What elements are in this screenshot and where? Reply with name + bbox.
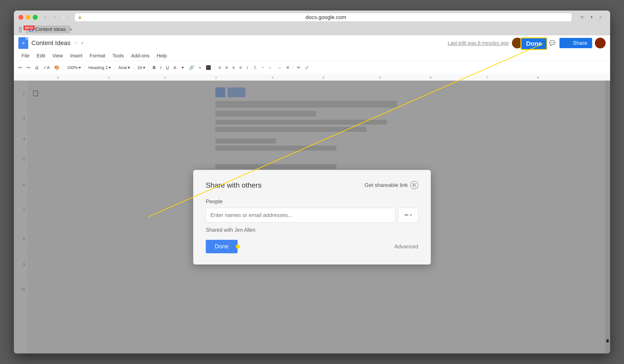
menu-format[interactable]: Format (86, 52, 108, 60)
avatar-2 (525, 39, 533, 47)
expand-button[interactable]: ⤢ (303, 63, 311, 72)
separator-2 (84, 64, 85, 71)
user-avatar[interactable] (595, 38, 606, 49)
avatar-1 (512, 38, 523, 49)
spell-check-button[interactable]: ✓A (41, 63, 52, 72)
font-size-chevron: ▾ (143, 65, 145, 70)
heading-value: Heading 2 (88, 65, 108, 70)
docs-header: ≡ Content Ideas ☆ ▾ Last edit was 8 minu… (14, 35, 610, 81)
docs-title-bar: ≡ Content Ideas ☆ ▾ Last edit was 8 minu… (14, 35, 610, 51)
ruler-mark-5: 6 (430, 76, 431, 79)
link-button[interactable]: 🔗 (187, 63, 196, 72)
zoom-value: 100% (67, 65, 78, 70)
chevron-down-icon: ▾ (410, 213, 412, 217)
last-edit-text: Last edit was 8 minutes ago (448, 40, 509, 46)
numbered-list-button[interactable]: ⒈ (251, 63, 259, 72)
new-tab-button[interactable]: ⤢ (597, 14, 604, 21)
advanced-link[interactable]: Advanced (394, 243, 418, 250)
separator-6 (215, 64, 215, 71)
header-actions: ↗ 💬 👤 Share (512, 38, 606, 49)
comments-icon-button[interactable]: 💬 (548, 39, 557, 48)
people-label: People (206, 198, 418, 205)
apps-grid-icon[interactable]: ⣿ (18, 26, 23, 32)
tab-icon-wrapper: 📄 BETA (29, 27, 33, 31)
get-shareable-link-label: Get shareable link (365, 182, 408, 188)
font-size-value: 16 (137, 65, 142, 70)
ruler-mark-4: 5 (379, 76, 381, 79)
align-left-button[interactable]: ≡ (217, 63, 223, 72)
image-button[interactable]: ⬛ (204, 63, 213, 72)
chain-icon: ⛓ (412, 183, 416, 188)
menu-file[interactable]: File (18, 52, 32, 60)
dialog-footer: Done Advanced (206, 240, 418, 253)
done-button-dialog[interactable]: Done (206, 240, 237, 253)
clear-formatting-button[interactable]: ✕ (284, 63, 291, 72)
font-size-dropdown[interactable]: 16 ▾ (136, 63, 147, 72)
print-button[interactable]: 🖨 (33, 63, 41, 72)
add-tab-button[interactable]: + (67, 25, 75, 33)
get-shareable-link-button[interactable]: Get shareable link ⛓ (365, 181, 418, 189)
top-bar: ‹ › ⬜ 🔒 docs.google.com ↻ ⬆ ⤢ (14, 11, 610, 24)
docs-app: ≡ Content Ideas ☆ ▾ Last edit was 8 minu… (14, 35, 610, 353)
zoom-dropdown[interactable]: 100% ▾ (65, 63, 83, 72)
heading-dropdown[interactable]: Heading 2 ▾ (86, 63, 113, 72)
people-input[interactable] (206, 208, 395, 223)
edit-permissions-dropdown[interactable]: ✏ ▾ (398, 208, 418, 223)
justify-button[interactable]: ≡ (237, 63, 244, 72)
italic-button[interactable]: I (158, 63, 163, 72)
increase-indent-button[interactable]: → (275, 63, 283, 72)
activity-icon-button[interactable]: ↗ (536, 39, 545, 48)
modal-overlay: Share with others Get shareable link ⛓ P… (14, 81, 610, 353)
bold-button[interactable]: B (151, 63, 157, 72)
separator-5 (149, 64, 149, 71)
refresh-button[interactable]: ↻ (579, 14, 585, 21)
paint-format-button[interactable]: 🎨 (52, 63, 61, 72)
traffic-lights (18, 15, 38, 20)
separator-4 (133, 64, 134, 71)
link-icon: ⛓ (410, 181, 418, 189)
ruler-mark-3: 4 (322, 76, 324, 79)
back-button[interactable]: ‹ (42, 14, 49, 21)
sidebar-toggle-button[interactable]: ⬜ (61, 14, 68, 21)
shared-with-text: Shared with Jen Allen (206, 227, 418, 233)
underline-button[interactable]: U (164, 63, 171, 72)
address-bar[interactable]: 🔒 docs.google.com (75, 13, 572, 21)
menu-addons[interactable]: Add-ons (128, 52, 153, 60)
bulleted-list-button[interactable]: ⁃ (260, 63, 266, 72)
menu-tools[interactable]: Tools (109, 52, 127, 60)
separator-7 (293, 64, 293, 71)
tab-title-text: Content Ideas (35, 26, 66, 32)
people-input-row: ✏ ▾ (206, 208, 418, 223)
decrease-indent-button[interactable]: ← (267, 63, 275, 72)
docs-app-icon: ≡ (18, 37, 28, 49)
align-right-button[interactable]: ≡ (231, 63, 237, 72)
redo-button[interactable]: ↪ (25, 63, 32, 72)
insert-comment-button[interactable]: + (197, 63, 203, 72)
dialog-header: Share with others Get shareable link ⛓ (206, 181, 418, 189)
text-color-button[interactable]: A (172, 63, 178, 72)
folder-icon[interactable]: ▾ (81, 40, 83, 46)
maximize-button[interactable] (33, 15, 38, 20)
share-page-button[interactable]: ⬆ (588, 14, 595, 21)
menu-help[interactable]: Help (154, 52, 170, 60)
highlight-button[interactable]: ✦ (179, 63, 186, 72)
done-label: Done (215, 243, 229, 250)
ruler-mark-6: 7 (486, 76, 488, 79)
align-center-button[interactable]: ≡ (224, 63, 230, 72)
menu-view[interactable]: View (49, 52, 66, 60)
undo-button[interactable]: ↩ (17, 63, 24, 72)
document-title[interactable]: Content Ideas (31, 39, 70, 47)
ruler-mark-1: 2 (215, 76, 217, 79)
forward-button[interactable]: › (52, 14, 58, 21)
menu-edit[interactable]: Edit (33, 52, 48, 60)
line-spacing-button[interactable]: ↕ (245, 63, 250, 72)
browser-tab[interactable]: 📄 BETA Content Ideas (26, 25, 70, 33)
font-dropdown[interactable]: Arial ▾ (117, 63, 132, 72)
share-button[interactable]: 👤 Share (559, 38, 592, 48)
edit-mode-button[interactable]: ✏ (295, 63, 302, 72)
close-button[interactable] (18, 15, 23, 20)
ruler-marks: -2 -1 1 2 3 4 5 6 7 8 (29, 74, 595, 80)
minimize-button[interactable] (26, 15, 30, 20)
menu-insert[interactable]: Insert (67, 52, 86, 60)
star-icon[interactable]: ☆ (74, 40, 78, 46)
